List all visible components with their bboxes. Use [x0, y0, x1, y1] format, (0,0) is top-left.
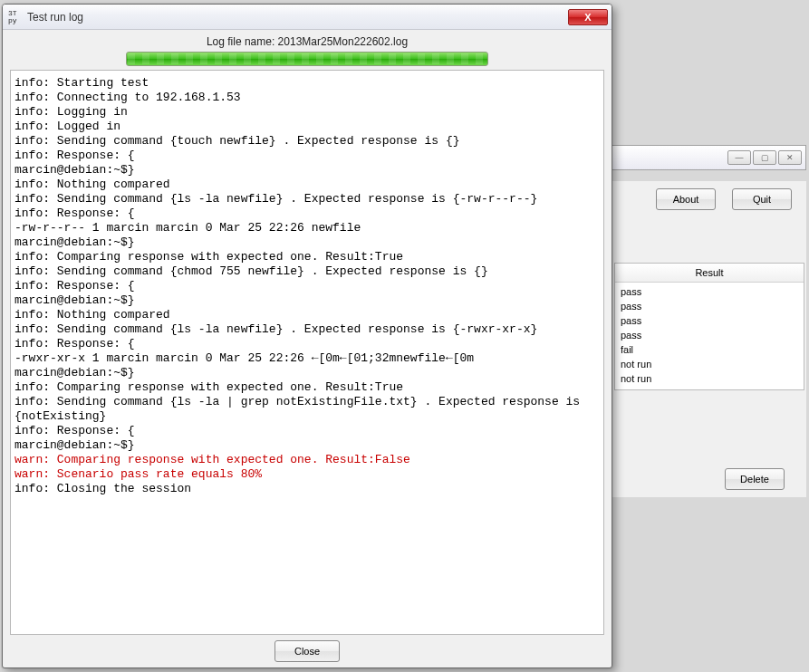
log-line: marcin@debian:~$} [14, 235, 589, 250]
log-filename-label: Log file name: 2013Mar25Mon222602.log [10, 34, 604, 52]
log-text-area[interactable]: info: Starting testinfo: Connecting to 1… [11, 71, 603, 634]
log-line: info: Nothing compared [14, 178, 589, 192]
result-column-header: Result [615, 264, 804, 283]
result-item[interactable]: pass [621, 284, 798, 299]
window-close-button[interactable]: X [568, 9, 608, 25]
result-item[interactable]: pass [621, 313, 798, 328]
log-line: info: Logging in [14, 105, 589, 120]
about-button[interactable]: About [656, 188, 716, 210]
close-icon[interactable]: ✕ [778, 150, 802, 165]
log-line: marcin@debian:~$} [14, 293, 589, 308]
minimize-icon[interactable]: — [727, 150, 751, 165]
maximize-icon[interactable]: ▢ [753, 150, 776, 165]
result-item[interactable]: not run [621, 357, 798, 371]
result-panel: Result passpasspasspassfailnot runnot ru… [614, 263, 804, 390]
result-item[interactable]: not run [621, 371, 798, 386]
result-item[interactable]: fail [621, 342, 798, 357]
log-line: info: Sending command {ls -la | grep not… [14, 395, 589, 424]
log-line: marcin@debian:~$} [14, 366, 589, 380]
app-icon: 3T py [8, 10, 23, 24]
close-button[interactable]: Close [274, 640, 340, 662]
result-list: passpasspasspassfailnot runnot run [615, 283, 804, 389]
log-line: info: Nothing compared [14, 308, 589, 322]
log-line: info: Connecting to 192.168.1.53 [14, 91, 589, 105]
log-line: warn: Scenario pass rate equals 80% [14, 467, 589, 482]
log-line: info: Comparing response with expected o… [14, 250, 589, 264]
log-line: info: Logged in [14, 120, 589, 134]
result-item[interactable]: pass [621, 328, 798, 342]
bg-window-body: About Quit Result passpasspasspassfailno… [607, 181, 806, 497]
log-line: info: Response: { [14, 424, 589, 438]
log-line: info: Sending command {chmod 755 newfile… [14, 264, 589, 279]
test-run-log-dialog: 3T py Test run log X Log file name: 2013… [2, 4, 612, 668]
log-line: info: Response: { [14, 279, 589, 293]
log-line: info: Sending command {touch newfile} . … [14, 134, 589, 149]
dialog-title: Test run log [27, 11, 568, 24]
bg-window-titlebar: — ▢ ✕ [607, 145, 806, 170]
log-line: info: Sending command {ls -la newfile} .… [14, 192, 589, 206]
result-item[interactable]: pass [621, 299, 798, 313]
log-line: marcin@debian:~$} [14, 438, 589, 453]
log-line: info: Sending command {ls -la newfile} .… [14, 322, 589, 337]
progress-bar [126, 52, 488, 66]
log-line: info: Comparing response with expected o… [14, 380, 589, 395]
log-line: info: Closing the session [14, 482, 589, 496]
log-line: -rw-r--r-- 1 marcin marcin 0 Mar 25 22:2… [14, 221, 589, 235]
quit-button[interactable]: Quit [732, 188, 792, 210]
log-line: -rwxr-xr-x 1 marcin marcin 0 Mar 25 22:2… [14, 351, 589, 366]
log-line: info: Starting test [14, 76, 589, 91]
log-line: info: Response: { [14, 206, 589, 221]
log-line: info: Response: { [14, 337, 589, 351]
log-line: info: Response: { [14, 149, 589, 163]
delete-button[interactable]: Delete [725, 468, 785, 490]
log-line: warn: Comparing response with expected o… [14, 453, 589, 467]
log-line: marcin@debian:~$} [14, 163, 589, 178]
dialog-titlebar[interactable]: 3T py Test run log X [3, 5, 612, 30]
